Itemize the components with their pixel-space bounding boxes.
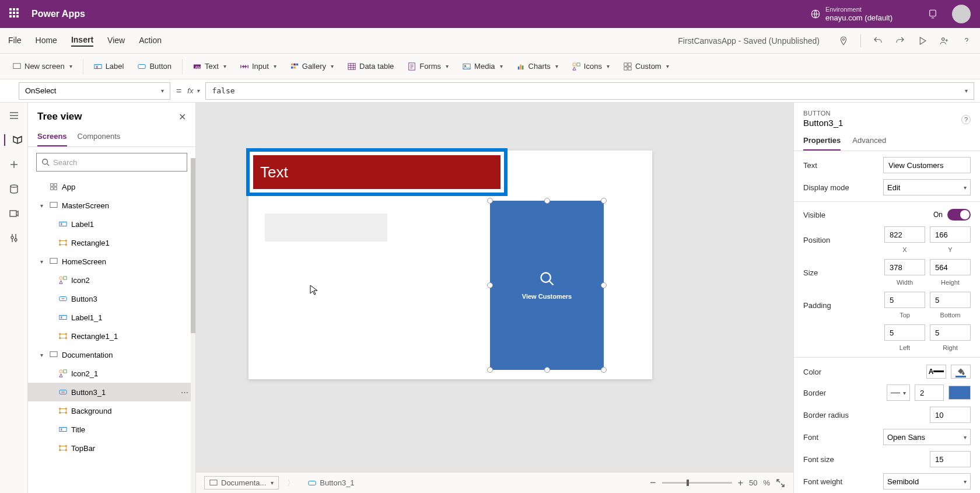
prop-width-input[interactable] xyxy=(884,259,925,275)
tree-node-app[interactable]: App xyxy=(28,177,195,196)
border-width-input[interactable] xyxy=(915,384,944,401)
border-color-swatch[interactable] xyxy=(949,386,971,400)
tab-advanced[interactable]: Advanced xyxy=(852,131,886,151)
prop-text-input[interactable] xyxy=(883,157,971,173)
tree-view-icon[interactable] xyxy=(4,134,23,146)
property-dropdown[interactable]: OnSelect▾ xyxy=(19,82,170,100)
view-customers-button[interactable]: View Customers xyxy=(490,201,604,370)
insert-ribbon: New screen▾ Label Button Abc Text▾ Input… xyxy=(0,54,980,79)
menu-view[interactable]: View xyxy=(107,36,125,46)
insert-text-button[interactable]: Abc Text▾ xyxy=(187,58,232,74)
insert-input-button[interactable]: Input▾ xyxy=(235,58,282,74)
menu-file[interactable]: File xyxy=(8,36,22,46)
svg-point-27 xyxy=(10,185,18,187)
prop-pad-left-input[interactable] xyxy=(884,324,925,341)
artboard[interactable]: Text View Customers xyxy=(249,151,652,379)
advanced-tools-icon[interactable] xyxy=(8,232,20,244)
lightbulb-icon[interactable] xyxy=(928,9,938,19)
svg-point-58 xyxy=(59,408,61,410)
formula-input[interactable]: false ▾ xyxy=(205,82,974,100)
environment-picker[interactable]: Environment enayu.com (default) xyxy=(810,6,892,23)
insert-charts-button[interactable]: Charts▾ xyxy=(511,58,564,74)
redo-icon[interactable] xyxy=(895,36,905,46)
prop-pad-right-input[interactable] xyxy=(930,324,971,341)
prop-fontsize-label: Font size xyxy=(803,455,925,464)
tree-node-documentation[interactable]: ▾Documentation xyxy=(28,345,195,364)
insert-forms-button[interactable]: Forms▾ xyxy=(402,58,454,74)
svg-point-51 xyxy=(59,337,61,339)
tree-scrollbar[interactable] xyxy=(191,158,195,493)
canvas-viewport[interactable]: Text View Customers xyxy=(196,103,793,472)
prop-pad-top-input[interactable] xyxy=(884,292,925,308)
tree-node-topbar[interactable]: TopBar xyxy=(28,439,195,457)
tree-node-label1[interactable]: Label1 xyxy=(28,215,195,233)
banner-label-selected[interactable]: Text xyxy=(246,148,508,196)
help-icon[interactable] xyxy=(961,36,972,46)
tab-screens[interactable]: Screens xyxy=(37,127,67,146)
insert-button-button[interactable]: Button xyxy=(132,58,177,74)
insert-label-button[interactable]: Label xyxy=(88,58,130,74)
tree-node-icon2_1[interactable]: Icon2_1 xyxy=(28,364,195,383)
menu-action[interactable]: Action xyxy=(139,36,162,46)
prop-display-select[interactable]: Edit▾ xyxy=(883,179,971,195)
svg-rect-20 xyxy=(522,65,523,69)
undo-icon[interactable] xyxy=(873,36,883,46)
prop-radius-input[interactable] xyxy=(930,407,971,423)
fit-screen-icon[interactable] xyxy=(776,478,785,488)
prop-y-input[interactable] xyxy=(930,226,971,243)
breadcrumb-screen[interactable]: Documenta...▾ xyxy=(204,476,279,489)
prop-x-input[interactable] xyxy=(884,226,925,243)
menu-home[interactable]: Home xyxy=(36,36,57,46)
tab-components[interactable]: Components xyxy=(78,127,121,146)
tree-node-icon2[interactable]: Icon2 xyxy=(28,271,195,289)
new-screen-button[interactable]: New screen▾ xyxy=(7,58,78,74)
waffle-icon[interactable] xyxy=(9,8,21,20)
tree-node-homescreen[interactable]: ▾HomeScreen xyxy=(28,252,195,271)
fill-color-swatch[interactable] xyxy=(951,365,971,379)
prop-font-select[interactable]: Open Sans▾ xyxy=(883,429,971,445)
zoom-slider[interactable] xyxy=(662,482,732,484)
insert-gallery-button[interactable]: Gallery▾ xyxy=(285,58,340,74)
fx-dropdown[interactable]: fx▾ xyxy=(187,86,200,95)
play-icon[interactable] xyxy=(917,36,928,46)
close-icon[interactable]: ✕ xyxy=(178,111,186,123)
tree-node-title[interactable]: Title xyxy=(28,420,195,439)
tree-search-input[interactable]: Search xyxy=(36,153,187,172)
insert-pane-icon[interactable] xyxy=(8,159,20,170)
prop-fontsize-input[interactable] xyxy=(930,451,971,467)
tree-node-background[interactable]: Background xyxy=(28,401,195,420)
app-checker-icon[interactable] xyxy=(838,36,849,46)
data-icon[interactable] xyxy=(8,183,20,195)
grey-rectangle[interactable] xyxy=(265,214,387,242)
menu-insert[interactable]: Insert xyxy=(71,35,93,47)
insert-media-button[interactable]: Media▾ xyxy=(457,58,508,74)
tree-node-button3_1[interactable]: Button3_1⋯ xyxy=(28,383,195,401)
prop-pad-bottom-input[interactable] xyxy=(930,292,971,308)
user-avatar[interactable] xyxy=(952,5,971,23)
tree-node-button3[interactable]: Button3 xyxy=(28,289,195,308)
tab-properties[interactable]: Properties xyxy=(803,131,841,151)
status-bar: Documenta...▾ 〉 Button3_1 − + 50 % xyxy=(196,472,793,493)
border-style-select[interactable]: ▾ xyxy=(887,384,910,401)
prop-height-input[interactable] xyxy=(930,259,971,275)
hamburger-icon[interactable] xyxy=(8,110,20,121)
doc-title: FirstCanvasApp - Saved (Unpublished) xyxy=(678,36,820,46)
breadcrumb-element[interactable]: Button3_1 xyxy=(303,476,359,489)
canvas-area: Text View Customers xyxy=(196,103,793,493)
zoom-out-button[interactable]: − xyxy=(650,477,656,489)
font-color-swatch[interactable]: A xyxy=(926,365,946,379)
zoom-in-button[interactable]: + xyxy=(738,478,743,488)
prop-visible-toggle[interactable] xyxy=(947,209,971,221)
svg-point-54 xyxy=(60,370,62,373)
prop-fontweight-select[interactable]: Semibold▾ xyxy=(883,473,971,489)
insert-custom-button[interactable]: Custom▾ xyxy=(618,58,675,74)
tree-node-label1_1[interactable]: Label1_1 xyxy=(28,308,195,327)
share-icon[interactable] xyxy=(939,36,950,46)
tree-node-rectangle1[interactable]: Rectangle1 xyxy=(28,233,195,252)
insert-datatable-button[interactable]: Data table xyxy=(342,58,400,74)
media-pane-icon[interactable] xyxy=(8,208,20,219)
insert-icons-button[interactable]: Icons▾ xyxy=(566,58,615,74)
help-icon[interactable]: ? xyxy=(961,115,971,124)
tree-node-masterscreen[interactable]: ▾MasterScreen xyxy=(28,196,195,215)
tree-node-rectangle1_1[interactable]: Rectangle1_1 xyxy=(28,327,195,345)
